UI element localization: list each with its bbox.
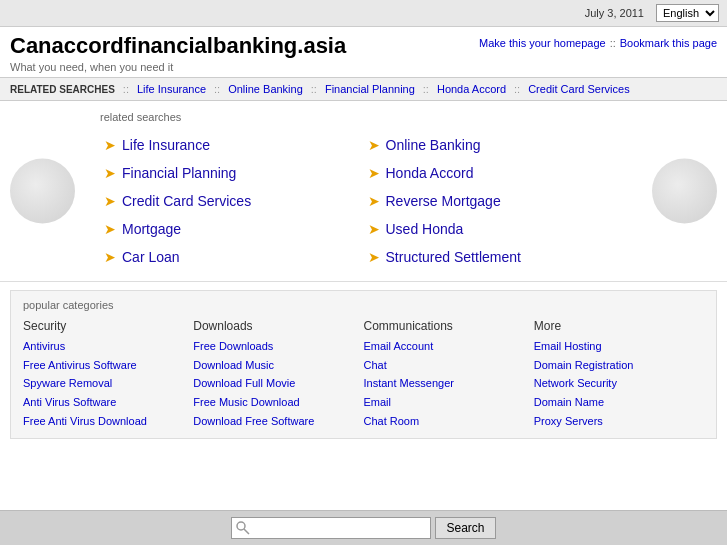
category-title: Communications [364, 319, 534, 333]
arrow-icon: ➤ [368, 137, 380, 153]
list-item: ➤ Financial Planning [100, 159, 364, 187]
arrow-icon: ➤ [104, 137, 116, 153]
category-link[interactable]: Proxy Servers [534, 412, 704, 431]
related-bar-item[interactable]: Online Banking [228, 83, 303, 95]
category-title: Downloads [193, 319, 363, 333]
search-bar-bottom: Search [0, 510, 727, 545]
related-bar-item[interactable]: Credit Card Services [528, 83, 629, 95]
list-item: ➤ Car Loan [100, 243, 364, 271]
search-link[interactable]: Online Banking [386, 137, 481, 153]
site-title: Canaccordfinancialbanking.asia [10, 33, 346, 59]
section-label: related searches [20, 111, 707, 123]
arrow-icon: ➤ [368, 249, 380, 265]
category-link[interactable]: Free Anti Virus Download [23, 412, 193, 431]
search-button[interactable]: Search [435, 517, 495, 539]
category-link[interactable]: Free Downloads [193, 337, 363, 356]
homepage-link[interactable]: Make this your homepage [479, 37, 606, 49]
category-link[interactable]: Chat Room [364, 412, 534, 431]
category-link[interactable]: Network Security [534, 374, 704, 393]
search-link[interactable]: Honda Accord [386, 165, 474, 181]
category-column: SecurityAntivirusFree Antivirus Software… [23, 319, 193, 430]
list-item: ➤ Honda Accord [364, 159, 628, 187]
category-link[interactable]: Anti Virus Software [23, 393, 193, 412]
category-column: CommunicationsEmail AccountChatInstant M… [364, 319, 534, 430]
related-bar-item[interactable]: Life Insurance [137, 83, 206, 95]
search-input[interactable] [231, 517, 431, 539]
search-link[interactable]: Credit Card Services [122, 193, 251, 209]
separator: :: [610, 37, 616, 49]
category-link[interactable]: Chat [364, 356, 534, 375]
bookmark-link[interactable]: Bookmark this page [620, 37, 717, 49]
arrow-icon: ➤ [104, 249, 116, 265]
arrow-icon: ➤ [368, 221, 380, 237]
top-bar: July 3, 2011 English [0, 0, 727, 27]
main-content: related searches ➤ Life Insurance ➤ Onli… [0, 101, 727, 510]
list-item: ➤ Mortgage [100, 215, 364, 243]
search-link[interactable]: Car Loan [122, 249, 180, 265]
related-searches-bar: RELATED SEARCHES :: Life Insurance :: On… [0, 77, 727, 101]
decorative-circle-left [10, 159, 75, 224]
search-link[interactable]: Structured Settlement [386, 249, 521, 265]
arrow-icon: ➤ [368, 165, 380, 181]
list-item: ➤ Credit Card Services [100, 187, 364, 215]
header-section: Canaccordfinancialbanking.asia What you … [0, 27, 727, 77]
list-item: ➤ Online Banking [364, 131, 628, 159]
related-searches-section: related searches ➤ Life Insurance ➤ Onli… [0, 101, 727, 282]
search-link[interactable]: Mortgage [122, 221, 181, 237]
category-link[interactable]: Free Music Download [193, 393, 363, 412]
category-link[interactable]: Antivirus [23, 337, 193, 356]
language-selector[interactable]: English [656, 4, 719, 22]
arrow-icon: ➤ [104, 165, 116, 181]
date-display: July 3, 2011 [585, 7, 644, 19]
categories-grid: SecurityAntivirusFree Antivirus Software… [23, 319, 704, 430]
decorative-circle-right [652, 159, 717, 224]
search-links-grid: ➤ Life Insurance ➤ Online Banking ➤ Fina… [20, 131, 707, 271]
list-item: ➤ Used Honda [364, 215, 628, 243]
category-link[interactable]: Instant Messenger [364, 374, 534, 393]
category-link[interactable]: Download Full Movie [193, 374, 363, 393]
arrow-icon: ➤ [368, 193, 380, 209]
site-tagline: What you need, when you need it [10, 61, 346, 73]
search-link[interactable]: Used Honda [386, 221, 464, 237]
category-link[interactable]: Free Antivirus Software [23, 356, 193, 375]
related-bar-item[interactable]: Financial Planning [325, 83, 415, 95]
list-item: ➤ Life Insurance [100, 131, 364, 159]
category-column: MoreEmail HostingDomain RegistrationNetw… [534, 319, 704, 430]
category-link[interactable]: Email Account [364, 337, 534, 356]
category-link[interactable]: Download Free Software [193, 412, 363, 431]
popular-categories-label: popular categories [23, 299, 704, 311]
popular-categories-section: popular categories SecurityAntivirusFree… [10, 290, 717, 439]
related-bar-item[interactable]: Honda Accord [437, 83, 506, 95]
category-link[interactable]: Download Music [193, 356, 363, 375]
search-link[interactable]: Financial Planning [122, 165, 236, 181]
category-link[interactable]: Domain Name [534, 393, 704, 412]
category-title: More [534, 319, 704, 333]
list-item: ➤ Reverse Mortgage [364, 187, 628, 215]
category-link[interactable]: Domain Registration [534, 356, 704, 375]
category-column: DownloadsFree DownloadsDownload MusicDow… [193, 319, 363, 430]
utility-links: Make this your homepage :: Bookmark this… [479, 37, 717, 49]
related-bar-label: RELATED SEARCHES [10, 84, 115, 95]
list-item: ➤ Structured Settlement [364, 243, 628, 271]
category-link[interactable]: Email Hosting [534, 337, 704, 356]
arrow-icon: ➤ [104, 193, 116, 209]
search-link[interactable]: Reverse Mortgage [386, 193, 501, 209]
category-link[interactable]: Email [364, 393, 534, 412]
category-title: Security [23, 319, 193, 333]
category-link[interactable]: Spyware Removal [23, 374, 193, 393]
arrow-icon: ➤ [104, 221, 116, 237]
search-link[interactable]: Life Insurance [122, 137, 210, 153]
